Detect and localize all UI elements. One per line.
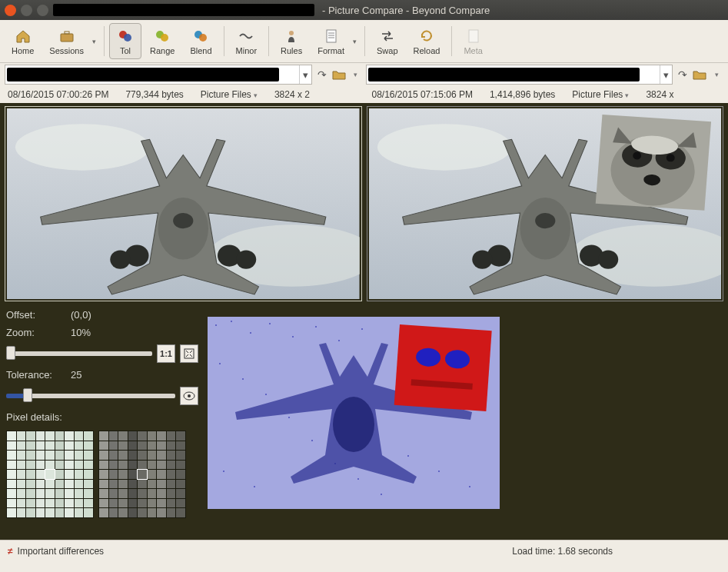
pixel-details-label: Pixel details: bbox=[6, 411, 62, 423]
chevron-down-icon[interactable]: ▾ bbox=[710, 68, 723, 81]
history-icon[interactable]: ↷ bbox=[315, 68, 329, 81]
svg-point-7 bbox=[199, 34, 207, 42]
left-image-pane[interactable] bbox=[5, 106, 362, 301]
pixel-details-row: Pixel details: bbox=[6, 411, 198, 423]
chevron-down-icon: ▾ bbox=[625, 91, 629, 99]
briefcase-icon bbox=[58, 28, 75, 45]
diff-image bbox=[208, 317, 500, 509]
diff-pane[interactable] bbox=[208, 309, 722, 535]
format-dropdown[interactable]: Format ▾ bbox=[311, 23, 360, 59]
left-pixel-grid bbox=[6, 431, 94, 518]
toolbar-separator bbox=[224, 26, 224, 56]
svg-point-21 bbox=[110, 250, 130, 268]
svg-rect-53 bbox=[219, 363, 221, 364]
tolerance-slider[interactable] bbox=[6, 394, 175, 398]
tolerance-value: 25 bbox=[71, 369, 81, 381]
sessions-dropdown[interactable]: Sessions ▾ bbox=[42, 23, 99, 59]
meta-icon bbox=[465, 28, 482, 45]
zoom-row: Zoom: 10% bbox=[6, 327, 198, 338]
svg-rect-62 bbox=[438, 471, 440, 472]
main-toolbar: Home Sessions ▾ Tol Range Blend Minor Ru… bbox=[0, 20, 728, 63]
svg-rect-50 bbox=[315, 326, 317, 328]
title-redacted bbox=[53, 4, 314, 16]
rules-icon bbox=[283, 28, 300, 45]
rules-button[interactable]: Rules bbox=[274, 23, 309, 59]
svg-rect-1 bbox=[65, 32, 69, 34]
home-label: Home bbox=[12, 46, 34, 55]
window-minimize-button[interactable] bbox=[21, 5, 32, 16]
chevron-down-icon[interactable]: ▾ bbox=[299, 65, 311, 84]
svg-point-31 bbox=[598, 250, 618, 268]
right-size: 1,414,896 bytes bbox=[490, 89, 555, 100]
meta-button[interactable]: Meta bbox=[457, 23, 489, 59]
right-date: 08/16/2015 07:15:06 PM bbox=[372, 89, 473, 100]
swap-label: Swap bbox=[377, 46, 398, 55]
right-stats: 08/16/2015 07:15:06 PM 1,414,896 bytes P… bbox=[372, 89, 723, 100]
svg-rect-63 bbox=[469, 486, 470, 487]
zoom-value: 10% bbox=[71, 327, 91, 338]
left-size: 779,344 bytes bbox=[125, 89, 183, 100]
svg-rect-61 bbox=[407, 455, 409, 457]
slider-thumb[interactable] bbox=[6, 346, 15, 360]
bottom-panel: Offset: (0,0) Zoom: 10% 1:1 Tolerance: 2… bbox=[0, 304, 728, 540]
reload-button[interactable]: Reload bbox=[407, 23, 447, 59]
right-path-input[interactable]: ▾ bbox=[366, 65, 673, 85]
svg-point-27 bbox=[535, 213, 555, 228]
right-image-pane[interactable] bbox=[367, 106, 724, 301]
blend-button[interactable]: Blend bbox=[183, 23, 218, 59]
left-filter[interactable]: Picture Files▾ bbox=[201, 89, 258, 100]
tolerance-eye-button[interactable] bbox=[180, 387, 198, 405]
svg-rect-0 bbox=[61, 34, 73, 42]
svg-point-67 bbox=[333, 397, 374, 452]
slider-thumb[interactable] bbox=[23, 388, 32, 402]
svg-rect-52 bbox=[361, 328, 363, 330]
zoom-slider[interactable] bbox=[6, 351, 152, 356]
svg-rect-13 bbox=[469, 30, 478, 42]
chevron-down-icon[interactable]: ▾ bbox=[660, 65, 672, 84]
window-maximize-button[interactable] bbox=[37, 5, 48, 16]
svg-rect-64 bbox=[223, 471, 224, 472]
status-bar: ≠ Important differences Load time: 1.68 … bbox=[0, 540, 728, 561]
right-dims: 3824 x bbox=[646, 89, 673, 100]
svg-rect-47 bbox=[250, 332, 251, 334]
left-dims: 3824 x 2 bbox=[274, 89, 310, 100]
right-pixel-grid bbox=[98, 431, 186, 518]
svg-rect-56 bbox=[288, 417, 290, 418]
minor-button[interactable]: Minor bbox=[229, 23, 264, 59]
offset-label: Offset: bbox=[6, 309, 63, 321]
offset-row: Offset: (0,0) bbox=[6, 309, 198, 321]
swap-button[interactable]: Swap bbox=[370, 23, 405, 59]
path-bar: ▾ ↷ ▾ ▾ ↷ ▾ bbox=[0, 63, 728, 88]
chevron-down-icon[interactable]: ▾ bbox=[349, 68, 363, 81]
image-compare-area bbox=[0, 103, 728, 304]
history-icon[interactable]: ↷ bbox=[676, 68, 690, 81]
minor-icon bbox=[238, 28, 254, 45]
home-button[interactable]: Home bbox=[5, 23, 41, 59]
toolbar-separator bbox=[364, 26, 365, 56]
svg-rect-59 bbox=[357, 478, 359, 480]
svg-point-3 bbox=[124, 34, 131, 42]
range-button[interactable]: Range bbox=[143, 23, 181, 59]
left-path: ▾ ↷ ▾ bbox=[5, 65, 363, 85]
rules-label: Rules bbox=[281, 46, 302, 55]
toolbar-separator bbox=[451, 26, 452, 56]
left-date: 08/16/2015 07:00:26 PM bbox=[8, 89, 108, 100]
svg-point-8 bbox=[289, 31, 294, 35]
fit-button[interactable] bbox=[180, 344, 198, 363]
range-icon bbox=[154, 28, 171, 45]
file-stats-bar: 08/16/2015 07:00:26 PM 779,344 bytes Pic… bbox=[0, 88, 728, 103]
left-path-input[interactable]: ▾ bbox=[5, 65, 312, 85]
svg-rect-57 bbox=[311, 440, 313, 441]
right-path-redacted bbox=[368, 68, 640, 81]
window-close-button[interactable] bbox=[5, 5, 16, 16]
browse-icon[interactable] bbox=[693, 68, 706, 81]
blend-icon bbox=[192, 28, 209, 45]
chevron-down-icon: ▾ bbox=[353, 38, 357, 45]
svg-rect-51 bbox=[338, 340, 340, 341]
svg-point-15 bbox=[15, 124, 150, 170]
browse-icon[interactable] bbox=[332, 68, 346, 81]
right-filter[interactable]: Picture Files▾ bbox=[572, 89, 629, 100]
tolerance-button[interactable]: Tol bbox=[109, 23, 141, 59]
svg-point-42 bbox=[188, 394, 191, 397]
one-to-one-button[interactable]: 1:1 bbox=[157, 344, 175, 363]
